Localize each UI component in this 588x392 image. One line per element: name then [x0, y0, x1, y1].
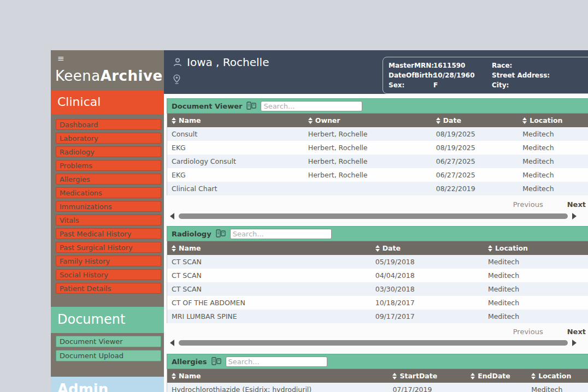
- cell-owner: Herbert, Rochelle: [304, 144, 432, 152]
- sidebar-item-laboratory[interactable]: Laboratory: [56, 133, 161, 144]
- sidebar-item-medications[interactable]: Medications: [56, 187, 161, 198]
- sex-label: Sex:: [389, 80, 433, 90]
- column-header-enddate[interactable]: EndDate: [466, 372, 527, 380]
- column-header-location[interactable]: Location: [484, 244, 588, 252]
- table-row[interactable]: CT SCAN05/19/2018Meditech: [167, 255, 588, 269]
- table-row[interactable]: MRI LUMBAR SPINE09/17/2017Meditech: [167, 310, 588, 323]
- city-label: City:: [492, 80, 542, 90]
- scrollbar-thumb[interactable]: [179, 213, 568, 219]
- column-label: Name: [179, 244, 201, 252]
- allergies-search-input[interactable]: [226, 357, 327, 367]
- street-address-label: Street Address:: [492, 70, 542, 80]
- sidebar-item-patient-details[interactable]: Patient Details: [56, 283, 161, 294]
- sidebar-item-social-history[interactable]: Social History: [56, 269, 161, 280]
- app-logo: KeenaArchive: [51, 62, 164, 84]
- previous-button[interactable]: Previous: [513, 328, 543, 336]
- document-viewer-table: Name Owner Date Location ConsultHerbert,…: [167, 114, 588, 195]
- sidebar-item-allergies[interactable]: Allergies: [56, 174, 161, 185]
- radiology-title: Radiology: [172, 230, 211, 238]
- column-header-name[interactable]: Name: [167, 116, 304, 124]
- table-row[interactable]: EKGHerbert, Rochelle08/19/2025Meditech: [167, 141, 588, 155]
- table-row[interactable]: Cardiology ConsultHerbert, Rochelle06/27…: [167, 155, 588, 168]
- column-label: Date: [443, 116, 461, 124]
- sort-icon: [172, 245, 176, 252]
- sidebar-item-past-surgical-history[interactable]: Past Surgical History: [56, 242, 161, 253]
- table-row[interactable]: Clinical Chart08/22/2019Meditech: [167, 182, 588, 195]
- column-header-location[interactable]: Location: [527, 372, 588, 380]
- radiology-pagination: Previous Next: [167, 323, 588, 340]
- scroll-left-icon[interactable]: [170, 213, 174, 219]
- patient-name: Iowa , Rochelle: [187, 56, 269, 69]
- table-row[interactable]: ConsultHerbert, Rochelle08/19/2025Medite…: [167, 127, 588, 141]
- column-label: Date: [383, 244, 401, 252]
- column-header-owner[interactable]: Owner: [304, 116, 432, 124]
- cell-owner: Herbert, Rochelle: [304, 157, 432, 165]
- scrollbar-thumb[interactable]: [179, 340, 568, 346]
- cell-date: 06/27/2025: [432, 171, 519, 179]
- location-pin-icon: [173, 74, 181, 84]
- table-row[interactable]: CT SCAN03/30/2018Meditech: [167, 282, 588, 296]
- cell-date: 08/19/2025: [432, 144, 519, 152]
- document-viewer-pagination: Previous Next: [167, 195, 588, 213]
- scroll-left-icon[interactable]: [170, 340, 174, 346]
- mastermrn-value: 1611590: [433, 61, 465, 70]
- sidebar-item-immunizations[interactable]: Immunizations: [56, 201, 161, 212]
- sidebar-section-document: Document: [51, 307, 164, 333]
- horizontal-scrollbar: [167, 340, 588, 346]
- allergies-title: Allergies: [172, 358, 207, 366]
- column-label: Location: [530, 116, 562, 124]
- cell-name: CT SCAN: [167, 285, 371, 293]
- column-label: Name: [179, 372, 201, 380]
- column-header-startdate[interactable]: StartDate: [388, 372, 466, 380]
- patient-info-right-column: Race: Street Address: City:: [492, 61, 588, 90]
- document-viewer-section: Document Viewer Name Owner Date: [167, 98, 588, 219]
- table-row[interactable]: Hydrochlorothiazide (Esidrix; hydrodiuri…: [167, 383, 588, 392]
- table-row[interactable]: CT SCAN04/04/2018Meditech: [167, 269, 588, 282]
- next-button[interactable]: Next: [567, 200, 586, 209]
- patient-info-box: MasterMRN:1611590 DateOfBirth:10/28/1960…: [383, 57, 588, 94]
- column-header-location[interactable]: Location: [518, 116, 588, 124]
- cell-name: Consult: [167, 130, 304, 138]
- cell-date: 09/17/2017: [371, 312, 484, 320]
- cell-location: Meditech: [518, 185, 588, 193]
- cell-owner: Herbert, Rochelle: [304, 171, 432, 179]
- dateofbirth-value: 10/28/1960: [433, 70, 475, 80]
- sidebar: ≡ KeenaArchive Clinical Dashboard Labora…: [51, 50, 164, 392]
- sidebar-item-vitals[interactable]: Vitals: [56, 215, 161, 225]
- column-header-date[interactable]: Date: [432, 116, 519, 124]
- scroll-right-icon[interactable]: [572, 340, 577, 346]
- radiology-table: Name Date Location CT SCAN05/19/2018Medi…: [167, 241, 588, 323]
- document-viewer-search-input[interactable]: [261, 101, 362, 111]
- sort-icon: [488, 245, 492, 252]
- table-row[interactable]: CT OF THE ABDOMEN10/18/2017Meditech: [167, 296, 588, 310]
- sidebar-item-radiology[interactable]: Radiology: [56, 146, 161, 157]
- next-button[interactable]: Next: [567, 328, 586, 336]
- cell-name: Cardiology Consult: [167, 157, 304, 165]
- race-label: Race:: [492, 61, 542, 70]
- sidebar-section-clinical: Clinical: [51, 91, 164, 114]
- radiology-header-bar: Radiology: [167, 226, 588, 241]
- radiology-search-input[interactable]: [230, 229, 332, 239]
- sidebar-item-document-upload[interactable]: Document Upload: [56, 350, 161, 361]
- cell-name: EKG: [167, 171, 304, 179]
- column-header-date[interactable]: Date: [371, 244, 484, 252]
- column-header-name[interactable]: Name: [167, 372, 388, 380]
- sort-icon: [531, 373, 536, 379]
- sidebar-item-dashboard[interactable]: Dashboard: [56, 119, 161, 130]
- scroll-right-icon[interactable]: [572, 213, 577, 219]
- mastermrn-label: MasterMRN:: [389, 61, 433, 70]
- patient-header: Iowa , Rochelle MasterMRN:1611590 DateOf…: [164, 50, 588, 94]
- sidebar-item-past-medical-history[interactable]: Past Medical History: [56, 228, 161, 239]
- sidebar-item-document-viewer[interactable]: Document Viewer: [56, 336, 161, 347]
- radiology-section: Radiology Name Date Location: [167, 226, 588, 346]
- previous-button[interactable]: Previous: [513, 200, 543, 209]
- sort-icon: [375, 245, 380, 252]
- column-header-name[interactable]: Name: [167, 244, 371, 252]
- sidebar-item-family-history[interactable]: Family History: [56, 256, 161, 266]
- cell-location: Meditech: [518, 144, 588, 152]
- sidebar-item-problems[interactable]: Problems: [56, 160, 161, 171]
- hamburger-menu-icon[interactable]: ≡: [51, 50, 164, 62]
- cell-location: Meditech: [527, 385, 588, 392]
- table-row[interactable]: EKGHerbert, Rochelle06/27/2025Meditech: [167, 168, 588, 182]
- sort-icon: [392, 373, 397, 379]
